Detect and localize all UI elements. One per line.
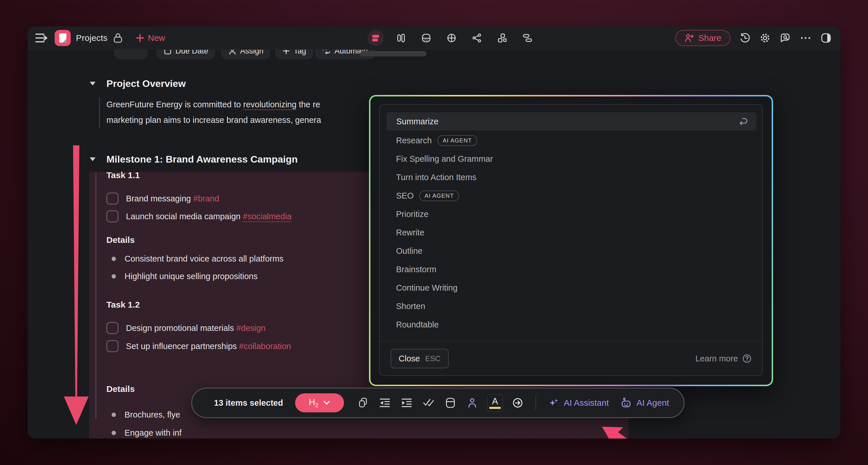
new-button[interactable]: New [136,33,165,43]
hashtag[interactable]: #brand [193,194,219,203]
checkbox[interactable] [106,193,119,205]
text-color-letter: A [492,397,498,406]
bullet-icon [112,257,116,261]
todo-label[interactable]: Design promotional materials #design [126,323,266,333]
todo-label[interactable]: Brand messaging #brand [126,194,219,203]
move-to-button[interactable] [511,396,525,410]
checkbox[interactable] [106,340,119,352]
learn-more-label: Learn more [695,354,738,364]
table-button[interactable] [443,396,457,410]
ai-menu-item-outline[interactable]: Outline [396,242,753,260]
sidebar-menu-icon[interactable] [34,32,50,44]
pie-view-icon [446,33,457,43]
ai-menu-item-shorten[interactable]: Shorten [396,297,753,315]
outdent-button[interactable] [378,396,392,410]
heading-style-dropdown[interactable]: H2 [295,394,344,412]
assign-person-icon [228,50,237,55]
action-pill-partial[interactable] [115,50,147,59]
todo-row: Brand messaging #brand [106,193,219,205]
bullet-text: Brochures, flye [125,410,180,419]
ai-input-value: Summarize [396,117,439,126]
close-button-label: Close [399,354,420,364]
checklist-button[interactable] [422,396,435,410]
bullet-text: Consistent brand voice across all platfo… [125,254,284,264]
ai-menu-item-rewrite[interactable]: Rewrite [396,223,753,242]
hashtag[interactable]: #design [237,323,266,332]
blocks-view-icon [497,33,507,43]
overview-heading: Project Overview [106,78,186,89]
checkbox[interactable] [106,210,119,223]
plus-icon [282,50,290,55]
page-title: Projects [76,33,107,43]
view-network-button[interactable] [469,30,485,46]
view-stack-button[interactable] [368,30,384,46]
history-icon[interactable] [739,32,751,44]
todo-row: Set up influencer partnerships #collabor… [106,340,291,352]
ai-agent-badge: AI AGENT [419,191,459,201]
sidebar-toggle-icon[interactable] [820,32,832,44]
assign-button[interactable]: Assign [221,50,270,59]
return-key-icon [737,117,748,126]
close-button[interactable]: Close ESC [391,349,449,368]
person-icon [467,397,478,409]
table-view-icon [421,33,431,43]
bullet-text: Highlight unique selling propositions [125,272,258,281]
ai-popup-body: Summarize Research AI AGENT Fix Spelling… [370,96,772,385]
ai-menu-item-fix-spelling[interactable]: Fix Spelling and Grammar [396,150,753,168]
collapse-toggle-overview[interactable] [90,82,95,85]
menu-item-label: Roundtable [396,320,439,329]
task2-heading: Task 1.2 [106,300,140,310]
ai-menu-item-prioritize[interactable]: Prioritize [396,205,753,223]
popup-footer: Close ESC Learn more [391,348,752,369]
view-board-button[interactable] [393,30,409,46]
ai-command-input[interactable]: Summarize [386,112,756,130]
share-button[interactable]: Share [675,30,731,46]
todo-label[interactable]: Set up influencer partnerships #collabor… [126,342,291,351]
stack-view-icon [370,33,381,43]
todo-label[interactable]: Launch social media campaign #socialmedi… [126,212,291,221]
assign-label: Assign [240,50,264,56]
settings-gear-icon[interactable] [759,32,771,44]
overview-paragraph-line1[interactable]: GreenFuture Energy is committed to revol… [106,100,320,109]
bolt-cursor-shape [600,425,628,440]
more-options-icon[interactable] [800,32,812,44]
ai-menu-item-action-items[interactable]: Turn into Action Items [396,168,753,186]
duplicate-button[interactable] [356,396,370,410]
ai-menu-item-seo[interactable]: SEO AI AGENT [396,186,753,205]
learn-more-link[interactable]: Learn more [695,354,752,364]
ai-menu-item-continue-writing[interactable]: Continue Writing [396,279,753,297]
help-icon [742,354,752,364]
overview-paragraph-line2[interactable]: marketing plan aims to increase brand aw… [106,115,321,125]
bullet-icon [112,431,116,435]
due-date-label: Due Date [176,50,208,56]
todo-row: Design promotional materials #design [106,322,266,334]
lock-icon [113,32,123,44]
menu-item-label: Shorten [396,301,425,311]
due-date-button[interactable]: Due Date [157,50,215,59]
ai-agent-button[interactable]: AI Agent [620,397,669,409]
view-table-button[interactable] [418,30,434,46]
chat-search-icon[interactable] [779,32,791,44]
ai-assistant-button[interactable]: AI Assistant [549,398,609,408]
tag-button[interactable]: Tag [276,50,313,59]
ai-agent-badge: AI AGENT [437,135,477,146]
ai-menu-item-brainstorm[interactable]: Brainstorm [396,260,753,279]
indent-button[interactable] [400,396,413,410]
hashtag[interactable]: #collaboration [239,342,291,351]
ai-menu-item-roundtable[interactable]: Roundtable [396,315,753,334]
ai-menu-item-research[interactable]: Research AI AGENT [396,131,753,150]
menu-item-label: Brainstorm [396,265,436,274]
todo-text: Design promotional materials [126,323,237,332]
bullet-item: Engage with inf [112,428,182,438]
text-color-button[interactable]: A [487,394,503,411]
view-pie-button[interactable] [443,30,460,46]
view-gantt-button[interactable] [520,30,535,46]
checkbox[interactable] [106,322,119,334]
assignee-button[interactable] [465,396,479,410]
new-button-label: New [148,33,165,43]
paragraph-text: GreenFuture Energy is committed to [106,100,243,109]
copy-icon [358,397,368,409]
share-button-label: Share [698,33,721,43]
hashtag[interactable]: #socialmedia [243,212,291,221]
view-blocks-button[interactable] [494,30,510,46]
